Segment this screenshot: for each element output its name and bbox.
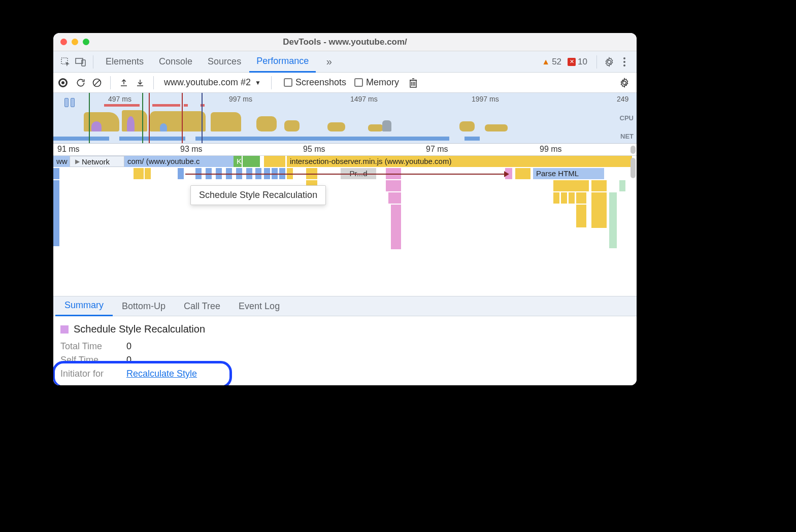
device-toggle-icon[interactable] — [74, 55, 88, 69]
memory-checkbox[interactable]: Memory — [354, 77, 399, 88]
flame-segment[interactable]: intersection-observer.min.js (www.youtub… — [287, 156, 632, 167]
range-handle-left[interactable] — [64, 98, 69, 107]
flame-segment[interactable] — [243, 156, 249, 167]
tab-event-log[interactable]: Event Log — [229, 296, 289, 316]
flame-segment[interactable] — [386, 180, 401, 191]
errors-badge[interactable]: ✕ 10 — [568, 57, 587, 67]
flame-segment[interactable] — [561, 192, 567, 204]
self-time-label: Self Time — [60, 355, 116, 365]
flame-segment[interactable] — [178, 168, 184, 179]
flame-segment[interactable] — [609, 192, 617, 248]
flame-segment[interactable] — [515, 168, 530, 179]
upload-icon[interactable] — [117, 76, 131, 90]
clear-icon[interactable] — [90, 76, 104, 90]
total-time-value: 0 — [126, 341, 131, 352]
tab-elements[interactable]: Elements — [98, 51, 151, 73]
settings-icon[interactable] — [602, 55, 616, 69]
reload-record-icon[interactable] — [74, 76, 88, 90]
flame-segment[interactable] — [254, 156, 260, 167]
tab-performance[interactable]: Performance — [249, 51, 316, 73]
flame-segment[interactable] — [53, 180, 59, 246]
recording-select[interactable]: www.youtube.com #2 ▼ — [160, 77, 265, 88]
flame-segment[interactable] — [276, 156, 285, 167]
flame-segment[interactable] — [553, 192, 559, 204]
marker-line — [89, 93, 90, 143]
download-icon[interactable] — [133, 76, 147, 90]
summary-panel: Schedule Style Recalculation Total Time … — [53, 316, 637, 385]
long-task-marker — [104, 104, 140, 107]
arrow-head-icon — [504, 171, 509, 177]
error-count: 10 — [578, 57, 587, 67]
flame-segment[interactable] — [576, 205, 586, 227]
recording-select-label: www.youtube.com #2 — [164, 77, 251, 88]
window-controls — [53, 39, 89, 45]
tab-call-tree[interactable]: Call Tree — [175, 296, 229, 316]
error-icon: ✕ — [568, 58, 576, 66]
ruler-tick: 99 ms — [540, 145, 562, 154]
detail-ruler[interactable]: 91 ms 93 ms 95 ms 97 ms 99 ms — [53, 144, 637, 156]
perf-toolbar: www.youtube.com #2 ▼ Screenshots Memory — [53, 73, 637, 93]
self-time-row: Self Time 0 — [60, 355, 629, 365]
initiator-link[interactable]: Recalculate Style — [126, 369, 197, 379]
tab-sources[interactable]: Sources — [201, 51, 248, 73]
ruler-tick: 93 ms — [180, 145, 203, 154]
marker-line — [142, 93, 143, 143]
maximize-window-button[interactable] — [83, 39, 89, 45]
overview-tick: 1997 ms — [472, 95, 499, 103]
flame-segment[interactable] — [591, 180, 607, 191]
initiator-label: Initiator for — [60, 369, 116, 379]
flame-segment[interactable] — [53, 168, 59, 179]
screenshots-checkbox[interactable]: Screenshots — [284, 77, 346, 88]
kebab-menu-icon[interactable] — [617, 55, 632, 69]
flame-segment[interactable] — [388, 192, 401, 204]
flame-chart[interactable]: ww ▶ Network com/ (www.youtube.c K inter… — [53, 156, 637, 296]
total-time-row: Total Time 0 — [60, 341, 629, 352]
flame-segment[interactable] — [145, 168, 151, 179]
expand-icon: ▶ — [75, 158, 80, 165]
tab-console[interactable]: Console — [152, 51, 200, 73]
devtools-window: DevTools - www.youtube.com/ Elements Con… — [53, 33, 637, 385]
tooltip-text: Schedule Style Recalculation — [199, 190, 317, 200]
overview-tick: 1497 ms — [350, 95, 378, 103]
ruler-tick: 91 ms — [57, 145, 80, 154]
overview-tick: 497 ms — [108, 95, 131, 103]
tab-bottom-up[interactable]: Bottom-Up — [113, 296, 175, 316]
overview-tick: 997 ms — [229, 95, 252, 103]
event-name: Schedule Style Recalculation — [74, 323, 205, 335]
event-title-row: Schedule Style Recalculation — [60, 323, 629, 335]
range-handle-right[interactable] — [71, 98, 75, 107]
flame-segment-parse-html[interactable]: Parse HTML — [533, 168, 604, 179]
flame-segment[interactable]: K — [234, 156, 242, 167]
collect-garbage-icon[interactable] — [406, 76, 420, 90]
screenshots-label: Screenshots — [295, 77, 346, 88]
flame-segment[interactable]: ww — [53, 156, 70, 167]
perf-settings-icon[interactable] — [617, 76, 632, 90]
flame-segment[interactable] — [619, 180, 625, 191]
flame-tooltip: Schedule Style Recalculation — [190, 185, 326, 205]
timeline-overview[interactable]: 497 ms 997 ms 1497 ms 1997 ms 249 CPU NE… — [53, 93, 637, 144]
minimize-window-button[interactable] — [72, 39, 78, 45]
network-track-header[interactable]: ▶ Network — [70, 156, 124, 167]
net-bar — [119, 137, 185, 141]
warnings-badge[interactable]: ▲ 52 — [542, 57, 561, 67]
more-tabs-icon[interactable]: » — [322, 55, 336, 69]
warning-count: 52 — [552, 57, 561, 67]
flame-segment[interactable] — [391, 205, 401, 249]
flame-segment[interactable] — [569, 192, 575, 204]
flame-segment[interactable] — [591, 192, 607, 228]
flame-segment[interactable]: com/ (www.youtube.c — [124, 156, 234, 167]
close-window-button[interactable] — [60, 39, 67, 45]
tab-summary[interactable]: Summary — [55, 296, 113, 316]
dropdown-icon: ▼ — [255, 79, 261, 86]
net-bar — [53, 137, 109, 141]
inspect-icon[interactable] — [58, 55, 73, 69]
warning-icon: ▲ — [542, 57, 550, 66]
network-label: Network — [82, 157, 110, 166]
scrollbar-vertical[interactable] — [631, 158, 636, 178]
flame-segment[interactable] — [138, 168, 144, 179]
record-button[interactable] — [58, 78, 68, 87]
flame-segment[interactable] — [576, 192, 586, 204]
memory-label: Memory — [366, 77, 399, 88]
scrollbar-vertical[interactable] — [631, 146, 636, 154]
flame-segment[interactable] — [553, 180, 589, 191]
